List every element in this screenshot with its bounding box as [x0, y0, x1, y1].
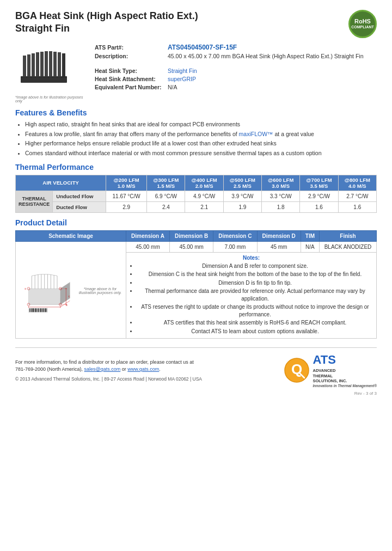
svg-rect-44	[31, 308, 32, 312]
page-title: BGA Heat Sink (High Aspect Ratio Ext.) S…	[15, 10, 198, 34]
unducted-500: 3.9 °C/W	[223, 191, 261, 201]
type-value: Straight Fin	[168, 68, 197, 74]
spec-row-type: Heat Sink Type: Straight Fin	[95, 68, 377, 74]
svg-rect-48	[35, 308, 35, 312]
ducted-400: 2.1	[185, 201, 223, 212]
dim-b-value: 45.00 mm	[169, 241, 213, 252]
tim-value: N/A	[301, 241, 319, 252]
svg-rect-47	[34, 308, 34, 312]
svg-rect-11	[21, 76, 67, 78]
svg-rect-51	[38, 308, 38, 312]
svg-rect-57	[44, 308, 44, 312]
footer: For more information, to find a distribu…	[15, 347, 377, 388]
schematic-image-cell: A B C	[16, 241, 126, 339]
svg-rect-42	[29, 308, 30, 312]
footer-contact: For more information, to find a distribu…	[15, 359, 202, 374]
ats-logo-text: ATS ADVANCEDTHERMALSOLUTIONS, INC. Innov…	[313, 352, 377, 388]
type-label: Heat Sink Type:	[95, 68, 166, 74]
equiv-label: Equivalent Part Number:	[95, 84, 166, 90]
ducted-700: 1.6	[300, 201, 338, 212]
svg-rect-1	[23, 56, 26, 77]
footer-email[interactable]: sales@qats.com	[84, 366, 121, 372]
note-6: ATS certifies that this heat sink assemb…	[137, 319, 373, 327]
schematic-caption: *Image above is for illustration purpose…	[78, 287, 122, 295]
svg-rect-5	[40, 52, 44, 77]
svg-marker-14	[28, 289, 60, 304]
notes-list: Dimension A and B refer to component siz…	[137, 262, 373, 335]
dim-c-header: Dimension C	[213, 230, 257, 241]
svg-rect-50	[36, 308, 37, 312]
svg-rect-59	[45, 308, 46, 312]
col-700lfm: @700 LFM3.5 M/S	[300, 175, 338, 191]
feature-item-1: High aspect ratio, straight fin heat sin…	[25, 120, 377, 128]
thermal-resistance-label: THERMAL RESISTANCE	[16, 191, 53, 212]
dim-a-value: 45.00 mm	[126, 241, 170, 252]
dim-a-header: Dimension A	[126, 230, 170, 241]
col-200lfm: @200 LFM1.0 M/S	[106, 175, 147, 191]
svg-rect-43	[30, 308, 30, 312]
ats-abbrev: ATS	[313, 352, 336, 368]
rohs-text: RoHS	[354, 18, 371, 25]
unducted-row: THERMAL RESISTANCE Unducted Flow 11.67 °…	[16, 191, 377, 201]
footer-copyright: © 2013 Advanced Thermal Solutions, Inc. …	[15, 376, 202, 383]
spec-row-attach: Heat Sink Attachment: superGRIP	[95, 76, 377, 82]
svg-rect-53	[40, 308, 40, 312]
svg-rect-54	[40, 308, 41, 312]
dim-d-header: Dimension D	[257, 230, 301, 241]
spec-row-desc: Description: 45.00 x 45.00 x 7.00 mm BGA…	[95, 53, 377, 59]
svg-rect-46	[33, 308, 33, 312]
title-line1: BGA Heat Sink (High Aspect Ratio Ext.)	[15, 10, 198, 22]
svg-rect-52	[39, 308, 39, 312]
feature-item-4: Comes standard without interface materia…	[25, 149, 377, 157]
ducted-600: 1.8	[262, 201, 300, 212]
unducted-300: 6.9 °C/W	[147, 191, 185, 201]
schematic-svg: A B C	[19, 249, 78, 331]
ducted-label: Ducted Flow	[53, 201, 106, 212]
page-number: Rev - 3 of 3	[15, 391, 377, 396]
note-1: Dimension A and B refer to component siz…	[137, 262, 373, 270]
svg-text:B: B	[66, 304, 68, 307]
notes-cell: Notes: Dimension A and B refer to compon…	[126, 252, 377, 339]
svg-text:C: C	[68, 295, 70, 298]
col-500lfm: @500 LFM2.5 M/S	[223, 175, 261, 191]
schematic-image-area: A B C	[19, 247, 122, 334]
finish-value: BLACK ANODIZED	[320, 241, 377, 252]
description: 45.00 x 45.00 x 7.00 mm BGA Heat Sink (H…	[168, 53, 364, 59]
unducted-label: Unducted Flow	[53, 191, 106, 201]
ats-q-logo: Q	[284, 357, 310, 383]
part-number: ATS045045007-SF-15F	[168, 44, 237, 51]
svg-rect-45	[32, 308, 33, 312]
equiv-value: N/A	[168, 84, 177, 90]
svg-rect-55	[42, 308, 42, 312]
thermal-table: AIR VELOCITY @200 LFM1.0 M/S @300 LFM1.5…	[15, 175, 377, 213]
col-800lfm: @800 LFM4.0 M/S	[338, 175, 376, 191]
tim-header: TIM	[301, 230, 319, 241]
contact-text: For more information, to find a distribu…	[15, 359, 194, 365]
svg-rect-60	[47, 308, 47, 312]
spec-row-part: ATS Part#: ATS045045007-SF-15F	[95, 44, 377, 51]
rohs-badge: RoHS COMPLIANT	[348, 10, 377, 38]
ducted-row: Ducted Flow 2.9 2.4 2.1 1.9 1.8 1.6 1.6	[16, 201, 377, 212]
ducted-800: 1.6	[338, 201, 376, 212]
note-4: Thermal performance data are provided fo…	[137, 287, 373, 302]
header-row: BGA Heat Sink (High Aspect Ratio Ext.) S…	[15, 10, 377, 38]
svg-rect-56	[42, 308, 43, 312]
product-detail-section-title: Product Detail	[15, 218, 377, 227]
product-image-box: *Image above is for illustration purpose…	[15, 44, 86, 103]
svg-rect-4	[36, 52, 39, 77]
note-3: Dimension D is fin tip to fin tip.	[137, 279, 373, 287]
footer-or: or	[122, 366, 128, 372]
attach-label: Heat Sink Attachment:	[95, 76, 166, 82]
dimensions-row: A B C	[16, 241, 377, 252]
note-5: ATS reserves the right to update or chan…	[137, 303, 373, 318]
maxiflow-highlight: maxiFLOW™	[239, 131, 273, 137]
footer-website[interactable]: www.qats.com	[127, 366, 159, 372]
dim-b-header: Dimension B	[169, 230, 213, 241]
svg-rect-6	[45, 51, 48, 77]
svg-rect-10	[62, 53, 65, 77]
svg-text:D: D	[24, 287, 26, 290]
part-label: ATS Part#:	[95, 44, 166, 51]
product-detail-table: Schematic Image Dimension A Dimension B …	[15, 230, 377, 339]
air-velocity-header: AIR VELOCITY	[16, 175, 106, 191]
thermal-section-title: Thermal Performance	[15, 163, 377, 172]
